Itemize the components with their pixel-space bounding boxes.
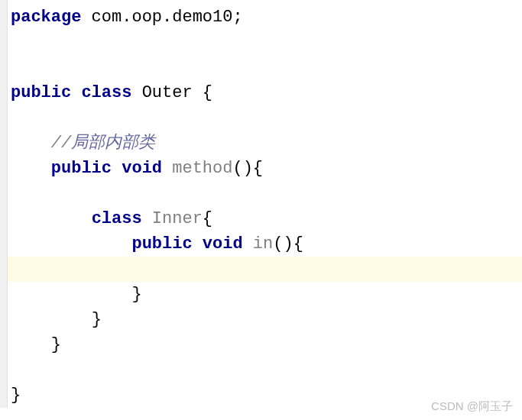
parens-brace: (){ bbox=[273, 231, 303, 257]
code-line[interactable]: package com.oop.demo10; bbox=[11, 5, 522, 30]
watermark-text: CSDN @阿玉子 bbox=[431, 399, 513, 414]
brace-open: { bbox=[203, 80, 212, 105]
indent bbox=[11, 206, 92, 231]
editor-gutter bbox=[0, 0, 8, 408]
code-line[interactable]: public class Outer { bbox=[11, 80, 522, 105]
package-name: com.oop.demo10; bbox=[81, 5, 242, 30]
code-line[interactable]: public void in(){ bbox=[11, 231, 522, 257]
brace-close: } bbox=[92, 307, 102, 332]
keyword-void: void bbox=[203, 231, 243, 257]
code-line-highlighted[interactable] bbox=[0, 257, 522, 282]
brace-close: } bbox=[131, 282, 141, 307]
code-line[interactable]: //局部内部类 bbox=[11, 131, 522, 156]
brace-close: } bbox=[51, 332, 61, 357]
code-line[interactable]: class Inner{ bbox=[11, 206, 522, 231]
code-line[interactable]: } bbox=[11, 332, 522, 357]
code-line[interactable]: } bbox=[11, 282, 522, 307]
keyword-void: void bbox=[122, 156, 162, 181]
keyword-class: class bbox=[81, 80, 131, 105]
code-editor[interactable]: package com.oop.demo10; public class Out… bbox=[0, 0, 522, 408]
code-line-blank[interactable] bbox=[11, 357, 522, 383]
brace-open: { bbox=[203, 206, 212, 231]
code-area[interactable]: package com.oop.demo10; public class Out… bbox=[0, 0, 522, 408]
indent bbox=[11, 332, 51, 357]
code-line-blank[interactable] bbox=[11, 55, 522, 80]
code-line[interactable]: public void method(){ bbox=[11, 156, 522, 181]
keyword-package: package bbox=[11, 5, 81, 30]
class-name-outer: Outer bbox=[131, 80, 202, 105]
comment-slash: // bbox=[51, 131, 71, 156]
indent bbox=[11, 282, 131, 307]
method-name-in: in bbox=[243, 231, 274, 257]
keyword-public: public bbox=[131, 231, 202, 257]
indent bbox=[11, 156, 51, 181]
class-name-inner: Inner bbox=[142, 206, 203, 231]
indent bbox=[11, 231, 131, 257]
parens-brace: (){ bbox=[232, 156, 263, 181]
code-line[interactable]: } bbox=[11, 307, 522, 332]
code-line-blank[interactable] bbox=[11, 105, 522, 131]
indent bbox=[11, 131, 51, 156]
comment-text: 局部内部类 bbox=[71, 131, 155, 156]
method-name: method bbox=[162, 156, 232, 181]
keyword-public: public bbox=[11, 80, 81, 105]
brace-close: } bbox=[11, 383, 21, 408]
keyword-class: class bbox=[92, 206, 142, 231]
keyword-public: public bbox=[51, 156, 122, 181]
indent bbox=[11, 307, 92, 332]
code-line-blank[interactable] bbox=[11, 30, 522, 55]
code-line-blank[interactable] bbox=[11, 181, 522, 206]
